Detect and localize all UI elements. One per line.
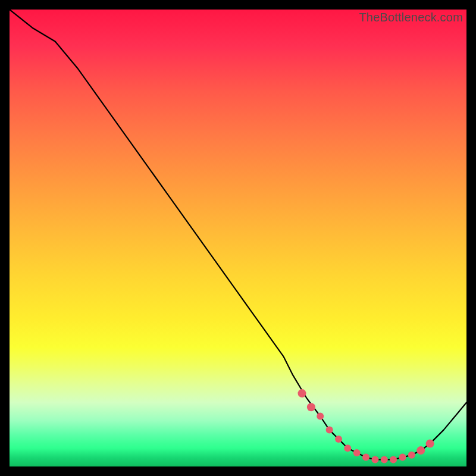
plot-area: TheBottleneck.com bbox=[10, 10, 466, 466]
marker-layer bbox=[10, 10, 466, 466]
marker-dot bbox=[408, 452, 415, 459]
marker-dot bbox=[307, 403, 315, 411]
marker-dot bbox=[371, 456, 378, 464]
watermark-text: TheBottleneck.com bbox=[359, 11, 463, 24]
marker-dot bbox=[353, 449, 361, 456]
marker-dot bbox=[326, 427, 333, 434]
marker-dot bbox=[426, 440, 434, 448]
chart-container: TheBottleneck.com bbox=[0, 0, 476, 476]
marker-dot bbox=[399, 454, 406, 461]
marker-dot bbox=[381, 456, 388, 464]
marker-dot bbox=[390, 456, 397, 464]
marker-dot bbox=[298, 389, 306, 397]
marker-dot bbox=[317, 413, 324, 420]
marker-dot bbox=[416, 446, 425, 455]
marker-dot bbox=[335, 436, 342, 443]
marker-dot bbox=[362, 454, 369, 461]
marker-dot bbox=[344, 444, 351, 452]
